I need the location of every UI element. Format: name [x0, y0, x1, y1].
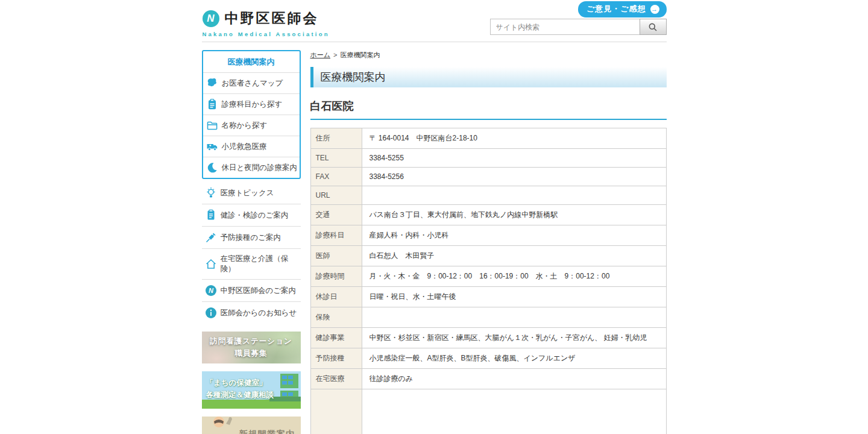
table-row: 予防接種 小児感染症一般、A型肝炎、B型肝炎、破傷風、インフルエンザ [310, 348, 666, 369]
banner-new-practice[interactable]: 新規開業案内 [202, 417, 301, 434]
sidebar-item-vaccination-guide[interactable]: 予防接種のご案内 [202, 226, 301, 248]
row-value [362, 186, 666, 205]
sidebar-item-doctor-map[interactable]: お医者さんマップ [203, 72, 300, 93]
row-label: 在宅医療 [310, 369, 362, 389]
site-subtitle: Nakano Medical Association [203, 31, 330, 37]
row-label: FAX [310, 168, 362, 186]
banner-text: 訪問看護ステーション [210, 336, 292, 347]
house-icon [205, 258, 217, 270]
sidebar-item-holiday-night-care[interactable]: 休日と夜間の診療案内 [203, 157, 300, 178]
row-value: バス南台３丁目、東大付属前、地下鉄丸ノ内線中野新橋駅 [362, 205, 666, 225]
arrow-right-icon: → [650, 5, 659, 14]
row-label [310, 389, 362, 434]
folder-icon [206, 119, 218, 131]
table-row: URL [310, 186, 666, 205]
sidebar-item-label: 名称から探す [222, 121, 268, 131]
site-logo[interactable]: N 中野区医師会 Nakano Medical Association [203, 9, 330, 37]
sidebar-item-label: お医者さんマップ [222, 78, 283, 89]
breadcrumb-separator: > [333, 51, 337, 58]
sidebar-item-label: 中野区医師会のご案内 [221, 286, 297, 296]
row-label: 保険 [310, 307, 362, 328]
sidebar-item-association-guide[interactable]: N 中野区医師会のご案内 [202, 279, 301, 301]
search-button[interactable] [640, 19, 667, 35]
table-row: 交通 バス南台３丁目、東大付属前、地下鉄丸ノ内線中野新橋駅 [310, 205, 666, 225]
table-row: 住所 〒 164-0014 中野区南台2-18-10 [310, 128, 666, 149]
breadcrumb-home-link[interactable]: ホーム [310, 51, 331, 58]
sidebar-item-label: 予防接種のご案内 [221, 233, 281, 243]
site-title: 中野区医師会 [225, 9, 319, 28]
sidebar-item-label: 休日と夜間の診療案内 [222, 163, 298, 173]
main: 医療機関案内 お医者さんマップ [202, 42, 667, 434]
table-row: 保険 [310, 307, 666, 328]
table-row: TEL 3384-5255 [310, 149, 666, 168]
table-row: 医師 白石恕人 木田賢子 [310, 246, 666, 266]
row-label: 予防接種 [310, 348, 362, 369]
breadcrumb: ホーム>医療機関案内 [310, 51, 667, 60]
table-row: 診療時間 月・火・木・金 9：00-12：00 16：00-19：00 水・土 … [310, 266, 666, 287]
content: ホーム>医療機関案内 医療機関案内 白石医院 住所 〒 164-0014 中野区… [310, 50, 667, 434]
table-row-empty [310, 389, 666, 434]
sidebar-item-label: 医師会からのお知らせ [221, 308, 297, 318]
banner-health-room[interactable]: 「まちの保健室」 各種測定＆健康相談 [202, 371, 301, 409]
sidebar-item-home-care[interactable]: 在宅医療と介護（保険） [202, 248, 301, 279]
sidebar-item-search-by-dept[interactable]: 診療科目から探す [203, 93, 300, 115]
row-value: 中野区・杉並区・新宿区・練馬区、大腸がん１次・乳がん・子宮がん、 妊婦・乳幼児 [362, 328, 666, 348]
breadcrumb-current: 医療機関案内 [340, 51, 380, 58]
sidebar: 医療機関案内 お医者さんマップ [202, 50, 301, 434]
info-icon [205, 307, 217, 319]
row-value: 3384-5255 [362, 149, 666, 168]
sidebar-box-title: 医療機関案内 [203, 51, 300, 72]
sidebar-medical-box: 医療機関案内 お医者さんマップ [202, 50, 301, 179]
row-label: 交通 [310, 205, 362, 225]
row-value [362, 307, 666, 328]
row-value: 〒 164-0014 中野区南台2-18-10 [362, 128, 666, 149]
row-label: 健診事業 [310, 328, 362, 348]
page-title: 医療機関案内 [321, 70, 386, 84]
sidebar-item-label: 診療科目から探す [222, 99, 283, 110]
sidebar-item-label: 在宅医療と介護（保険） [221, 254, 299, 274]
clinic-detail-table: 住所 〒 164-0014 中野区南台2-18-10 TEL 3384-5255… [310, 128, 667, 434]
feedback-button[interactable]: ご意見・ご感想 → [578, 1, 667, 17]
clinic-name-heading: 白石医院 [310, 99, 667, 120]
row-value: 日曜・祝日、水・土曜午後 [362, 287, 666, 307]
row-value: 白石恕人 木田賢子 [362, 246, 666, 266]
sidebar-item-pediatric-emergency[interactable]: 小児救急医療 [203, 136, 300, 157]
row-label: 医師 [310, 246, 362, 266]
page-title-bar: 医療機関案内 [310, 67, 667, 87]
row-value: 月・火・木・金 9：00-12：00 16：00-19：00 水・土 9：00-… [362, 266, 666, 287]
site-search [490, 19, 667, 35]
banner-text: 各種測定＆健康相談 [206, 389, 274, 401]
row-label: 診療科目 [310, 225, 362, 246]
banner-text: 「まちの保健室」 [206, 377, 274, 389]
ambulance-icon [206, 140, 218, 153]
sidebar-item-label: 医療トピックス [221, 188, 274, 198]
row-value: 産婦人科・内科・小児科 [362, 225, 666, 246]
row-label: 診療時間 [310, 266, 362, 287]
document-icon [205, 209, 217, 221]
row-label: 住所 [310, 128, 362, 149]
sidebar-item-association-news[interactable]: 医師会からのお知らせ [202, 301, 301, 324]
n-circle-icon: N [205, 285, 217, 297]
sidebar-item-search-by-name[interactable]: 名称から探す [203, 115, 300, 136]
table-row: 在宅医療 往診診療のみ [310, 369, 666, 389]
row-label: TEL [310, 149, 362, 168]
search-input[interactable] [490, 19, 640, 35]
table-row: FAX 3384-5256 [310, 168, 666, 186]
sidebar-item-label: 健診・検診のご案内 [221, 210, 289, 221]
ground-illustration [269, 397, 301, 401]
banner-nurse-recruit[interactable]: 訪問看護ステーション 職員募集 [202, 332, 301, 363]
header: N 中野区医師会 Nakano Medical Association ご意見・… [202, 0, 667, 42]
moon-icon [206, 162, 218, 174]
sidebar-item-checkup-guide[interactable]: 健診・検診のご案内 [202, 204, 301, 226]
clipboard-icon [206, 98, 218, 110]
row-label: 休診日 [310, 287, 362, 307]
row-value: 小児感染症一般、A型肝炎、B型肝炎、破傷風、インフルエンザ [362, 348, 666, 369]
lightbulb-icon [205, 187, 217, 199]
banner-text: 職員募集 [235, 348, 268, 359]
sidebar-links: 医療トピックス 健診・検診のご案内 [202, 182, 301, 324]
table-row: 休診日 日曜・祝日、水・土曜午後 [310, 287, 666, 307]
page-container: N 中野区医師会 Nakano Medical Association ご意見・… [202, 0, 667, 434]
row-label: URL [310, 186, 362, 205]
building-illustration [280, 374, 298, 388]
sidebar-item-medical-topics[interactable]: 医療トピックス [202, 182, 301, 204]
